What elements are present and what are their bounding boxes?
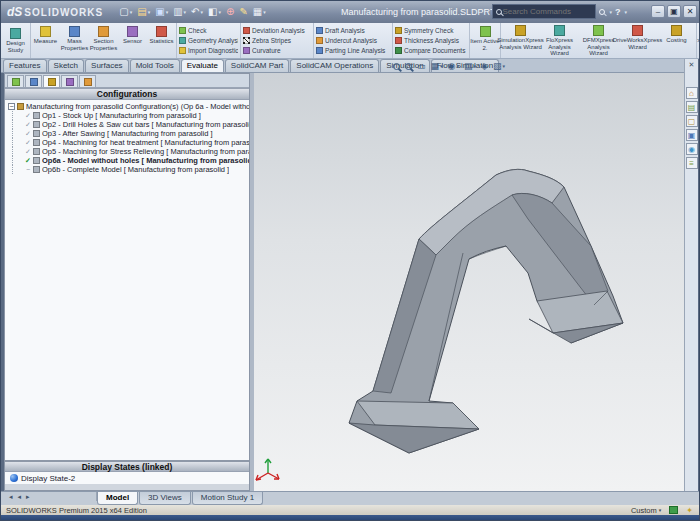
help-button[interactable]: ? [615, 7, 621, 17]
new-file-button[interactable] [117, 4, 134, 20]
units-dropdown[interactable]: Custom [631, 506, 661, 515]
display-state-row[interactable]: Display State-2 [5, 472, 249, 484]
design-study-button[interactable]: Design Study [1, 23, 30, 58]
minimize-button[interactable] [651, 5, 665, 18]
apply-scene-button[interactable] [493, 60, 505, 72]
zoom-to-fit-button[interactable] [393, 63, 400, 70]
save-button[interactable] [153, 4, 170, 20]
view-palette-icon[interactable] [686, 129, 698, 141]
task-pane-close-icon[interactable] [689, 61, 695, 69]
active-item-button[interactable]: Item Active 2. [470, 23, 500, 58]
tag-icon[interactable] [686, 506, 693, 515]
appearances-scenes-icon[interactable] [686, 143, 698, 155]
undercut-analysis-button[interactable]: Undercut Analysis [316, 36, 390, 46]
deviation-analysis-button[interactable]: Deviation Analysis [243, 26, 311, 36]
zebra-stripes-button[interactable]: Zebra Stripes [243, 36, 311, 46]
config-row-op6a-active[interactable]: Op6a - Model without holes [ Manufacturi… [8, 156, 249, 165]
tab-evaluate[interactable]: Evaluate [181, 59, 224, 72]
config-row-op6b[interactable]: Op6b - Complete Model [ Manufacturing fr… [8, 165, 249, 174]
costing-button[interactable]: Costing [657, 23, 696, 58]
design-library-icon[interactable] [686, 101, 698, 113]
floxpress-wizard-button[interactable]: FloXpress Analysis Wizard [540, 23, 579, 58]
chevron-down-icon[interactable] [609, 9, 612, 15]
parting-line-analysis-button[interactable]: Parting Line Analysis [316, 46, 390, 56]
simulationxpress-wizard-button[interactable]: SimulationXpress Analysis Wizard [501, 23, 540, 58]
section-view-button[interactable] [417, 60, 426, 72]
tab-model[interactable]: Model [97, 492, 138, 505]
measure-button[interactable]: Measure [31, 23, 60, 58]
compare-documents-button[interactable]: Compare Documents [395, 46, 467, 56]
collapse-expander-icon[interactable] [8, 103, 15, 110]
solidworks-resources-icon[interactable] [686, 87, 698, 99]
geometry-analysis-button[interactable]: Geometry Analysis [179, 36, 238, 46]
undo-button[interactable] [189, 4, 205, 20]
display-state-label: Display State-2 [21, 474, 75, 483]
close-button[interactable] [683, 5, 697, 18]
hide-show-items-button[interactable] [464, 60, 476, 72]
tab-solidcam-operations[interactable]: SolidCAM Operations [290, 59, 379, 72]
config-row-op3[interactable]: Op3 - After Sawing [ Manufacturing from … [8, 129, 249, 138]
mass-properties-button[interactable]: Mass Properties [60, 23, 89, 58]
tab-3d-views[interactable]: 3D Views [139, 492, 191, 505]
file-properties-button[interactable] [251, 4, 268, 20]
print-button[interactable] [171, 4, 188, 20]
statistics-button[interactable]: Statistics [147, 23, 176, 58]
open-file-button[interactable] [135, 4, 152, 20]
draft-analysis-button[interactable]: Draft Analysis [316, 26, 390, 36]
zoom-to-area-button[interactable] [405, 63, 412, 70]
scroll-right-icon[interactable]: ▸ [26, 493, 30, 501]
config-row-op4[interactable]: Op4 - Machining for heat treatment [ Man… [8, 138, 249, 147]
maximize-button[interactable] [667, 5, 681, 18]
section-properties-button[interactable]: Section Properties [89, 23, 118, 58]
search-commands-box[interactable] [492, 4, 596, 19]
tab-surfaces[interactable]: Surfaces [85, 59, 129, 72]
check-icon [179, 27, 186, 34]
configurations-tree: Manufacturing from parasolid Configurati… [5, 100, 249, 174]
edit-appearance-button[interactable] [481, 60, 488, 72]
dfmxpress-icon [593, 25, 604, 36]
config-root-row[interactable]: Manufacturing from parasolid Configurati… [8, 102, 249, 111]
tab-mold-tools[interactable]: Mold Tools [130, 59, 180, 72]
select-button[interactable] [206, 4, 223, 20]
sensor-button[interactable]: Sensor [118, 23, 147, 58]
driveworksxpress-wizard-button[interactable]: DriveWorksXpress Wizard [618, 23, 657, 58]
scroll-left-icon[interactable]: ◂ [18, 493, 22, 501]
tab-solidcam-part[interactable]: SolidCAM Part [225, 59, 289, 72]
thickness-analysis-button[interactable]: Thickness Analysis [395, 36, 467, 46]
dimxpert-manager-icon [66, 78, 74, 86]
scroll-left-icon[interactable]: ◂ [9, 493, 13, 501]
tab-property-manager[interactable] [25, 75, 42, 87]
config-row-op5[interactable]: Op5 - Machining for Stress Relieving [ M… [8, 147, 249, 156]
file-explorer-icon[interactable] [686, 115, 698, 127]
search-input[interactable] [502, 7, 592, 16]
tab-features[interactable]: Features [3, 59, 47, 72]
config-row-op1[interactable]: Op1 - Stock Up [ Manufacturing from para… [8, 111, 249, 120]
tab-configuration-manager[interactable] [43, 75, 60, 87]
tab-display-manager[interactable] [79, 75, 96, 87]
options-button[interactable] [237, 4, 249, 20]
check-button[interactable]: Check [179, 26, 238, 36]
select-cursor-icon [208, 4, 217, 20]
tab-dimxpert-manager[interactable] [61, 75, 78, 87]
import-diagnostics-button[interactable]: Import Diagnostics [179, 46, 238, 56]
apply-scene-icon [493, 60, 502, 72]
chevron-down-icon[interactable] [624, 9, 627, 15]
config-row-op2[interactable]: Op2 - Drill Holes & Saw cut bars [ Manuf… [8, 120, 249, 129]
search-scope-icon[interactable] [599, 9, 605, 15]
task-pane [684, 59, 698, 491]
display-style-icon [448, 60, 456, 72]
chevron-down-icon [148, 9, 151, 15]
rebuild-button[interactable] [224, 4, 236, 20]
symmetry-check-button[interactable]: Symmetry Check [395, 26, 467, 36]
tab-sketch[interactable]: Sketch [48, 59, 84, 72]
view-orientation-button[interactable] [431, 60, 443, 72]
tab-motion-study-1[interactable]: Motion Study 1 [192, 492, 263, 505]
custom-properties-icon[interactable] [686, 157, 698, 169]
curvature-button[interactable]: Curvature [243, 46, 311, 56]
tab-featuremanager-tree[interactable] [7, 75, 24, 87]
display-style-button[interactable] [448, 60, 459, 72]
graphics-area[interactable] [254, 73, 684, 491]
solidworks-logo-mark: dS [7, 5, 22, 19]
model-3d[interactable] [254, 73, 684, 491]
tab-scroll-controls[interactable]: ◂ ◂ ▸ [1, 492, 97, 501]
